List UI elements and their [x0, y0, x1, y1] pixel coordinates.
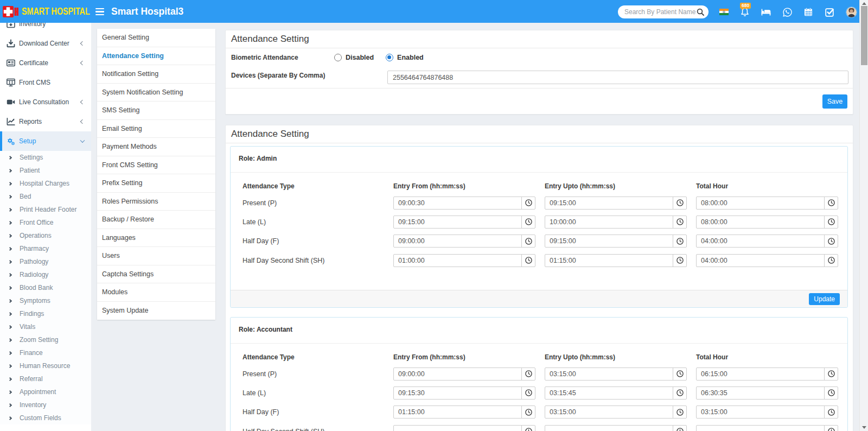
- setup-submenu-item-custom-fields[interactable]: Custom Fields: [0, 411, 91, 424]
- setup-submenu-item-inventory[interactable]: Inventory: [0, 398, 91, 411]
- setup-submenu-item-operations[interactable]: Operations: [0, 229, 91, 242]
- settings-nav-item-notification-setting[interactable]: Notification Setting: [97, 65, 215, 84]
- settings-nav-item-email-setting[interactable]: Email Setting: [97, 120, 215, 138]
- notifications-bell-icon[interactable]: 680: [739, 8, 750, 17]
- setup-submenu-item-findings[interactable]: Findings: [0, 307, 91, 320]
- setup-submenu-item-symptoms[interactable]: Symptoms: [0, 294, 91, 307]
- vertical-scrollbar[interactable]: [859, 0, 868, 431]
- setup-submenu-item-hospital-charges[interactable]: Hospital Charges: [0, 177, 91, 190]
- clock-icon[interactable]: [673, 426, 686, 431]
- setup-submenu-item-front-office[interactable]: Front Office: [0, 216, 91, 229]
- settings-nav-item-attendance-setting[interactable]: Attendance Setting: [97, 47, 215, 66]
- entry-upto-input[interactable]: [545, 426, 673, 431]
- scrollbar-thumb[interactable]: [861, 6, 867, 65]
- bed-status-icon[interactable]: [761, 9, 771, 16]
- entry-from-input[interactable]: [394, 368, 521, 380]
- entry-upto-input[interactable]: [545, 368, 673, 380]
- clock-icon[interactable]: [824, 197, 838, 209]
- total-hour-input[interactable]: [697, 426, 824, 431]
- clock-icon[interactable]: [673, 387, 686, 399]
- clock-icon[interactable]: [673, 406, 686, 418]
- settings-nav-item-prefix-setting[interactable]: Prefix Setting: [97, 174, 215, 193]
- clock-icon[interactable]: [521, 406, 535, 418]
- clock-icon[interactable]: [824, 235, 838, 247]
- settings-nav-item-backup-restore[interactable]: Backup / Restore: [97, 211, 215, 229]
- settings-nav-item-sms-setting[interactable]: SMS Setting: [97, 102, 215, 120]
- setup-submenu-item-settings[interactable]: Settings: [0, 151, 91, 164]
- entry-from-input[interactable]: [394, 387, 521, 399]
- scrollbar-up-arrow[interactable]: [862, 2, 866, 5]
- setup-submenu-item-blood-bank[interactable]: Blood Bank: [0, 281, 91, 294]
- setup-submenu-item-print-header-footer[interactable]: Print Header Footer: [0, 203, 91, 216]
- setup-submenu-item-radiology[interactable]: Radiology: [0, 268, 91, 281]
- clock-icon[interactable]: [673, 368, 686, 380]
- sidebar-item-inventory[interactable]: Inventory: [0, 23, 91, 34]
- total-hour-input[interactable]: [697, 368, 824, 380]
- setup-submenu-item-bed[interactable]: Bed: [0, 190, 91, 203]
- clock-icon[interactable]: [521, 255, 535, 267]
- clock-icon[interactable]: [521, 235, 535, 247]
- hamburger-menu-icon[interactable]: [95, 8, 104, 15]
- clock-icon[interactable]: [521, 197, 535, 209]
- settings-nav-item-languages[interactable]: Languages: [97, 229, 215, 248]
- settings-nav-item-captcha-settings[interactable]: Captcha Settings: [97, 265, 215, 284]
- total-hour-input[interactable]: [697, 216, 824, 228]
- entry-upto-input[interactable]: [545, 235, 673, 247]
- search-icon[interactable]: [697, 8, 704, 16]
- clock-icon[interactable]: [824, 406, 838, 418]
- tasks-check-icon[interactable]: [824, 8, 835, 17]
- devices-input[interactable]: [387, 71, 848, 84]
- entry-from-input[interactable]: [394, 235, 521, 247]
- sidebar-item-setup[interactable]: Setup: [0, 131, 91, 151]
- disabled-radio[interactable]: [334, 54, 342, 61]
- clock-icon[interactable]: [824, 368, 838, 380]
- clock-icon[interactable]: [824, 387, 838, 399]
- setup-submenu-item-vitals[interactable]: Vitals: [0, 320, 91, 333]
- total-hour-input[interactable]: [697, 406, 824, 418]
- entry-upto-input[interactable]: [545, 197, 673, 209]
- setup-submenu-item-pathology[interactable]: Pathology: [0, 255, 91, 268]
- setup-submenu-item-human-resource[interactable]: Human Resource: [0, 359, 91, 372]
- entry-from-input[interactable]: [394, 406, 521, 418]
- clock-icon[interactable]: [673, 216, 686, 228]
- disabled-radio-label[interactable]: Disabled: [346, 54, 374, 61]
- entry-from-input[interactable]: [394, 216, 521, 228]
- setup-submenu-item-referral[interactable]: Referral: [0, 372, 91, 385]
- total-hour-input[interactable]: [697, 235, 824, 247]
- patient-search-input[interactable]: [624, 8, 697, 16]
- entry-from-input[interactable]: [394, 255, 521, 267]
- clock-icon[interactable]: [824, 426, 838, 431]
- total-hour-input[interactable]: [697, 387, 824, 399]
- settings-nav-item-system-update[interactable]: System Update: [97, 302, 215, 320]
- clock-icon[interactable]: [521, 216, 535, 228]
- settings-nav-item-payment-methods[interactable]: Payment Methods: [97, 138, 215, 156]
- sidebar-item-front-cms[interactable]: Front CMS: [0, 73, 91, 92]
- clock-icon[interactable]: [521, 426, 535, 431]
- settings-nav-item-modules[interactable]: Modules: [97, 283, 215, 302]
- entry-upto-input[interactable]: [545, 387, 673, 399]
- settings-nav-item-users[interactable]: Users: [97, 247, 215, 265]
- sidebar-item-live-consultation[interactable]: Live Consultation: [0, 92, 91, 112]
- enabled-radio[interactable]: [386, 54, 393, 61]
- whatsapp-icon[interactable]: [782, 8, 793, 17]
- setup-submenu-item-finance[interactable]: Finance: [0, 346, 91, 359]
- setup-submenu-item-patient[interactable]: Patient: [0, 164, 91, 177]
- settings-nav-item-general-setting[interactable]: General Setting: [97, 29, 215, 47]
- entry-from-input[interactable]: [394, 197, 521, 209]
- brand-logo[interactable]: SMART HOSPITAL: [0, 0, 91, 23]
- clock-icon[interactable]: [521, 368, 535, 380]
- settings-nav-item-system-notification-setting[interactable]: System Notification Setting: [97, 84, 215, 102]
- total-hour-input[interactable]: [697, 255, 824, 267]
- entry-upto-input[interactable]: [545, 255, 673, 267]
- sidebar-item-reports[interactable]: Reports: [0, 112, 91, 131]
- clock-icon[interactable]: [673, 255, 686, 267]
- setup-submenu-item-appointment[interactable]: Appointment: [0, 385, 91, 398]
- clock-icon[interactable]: [673, 235, 686, 247]
- language-flag-icon[interactable]: [718, 9, 729, 15]
- clock-icon[interactable]: [824, 216, 838, 228]
- enabled-radio-label[interactable]: Enabled: [397, 54, 424, 61]
- sidebar-item-download-center[interactable]: Download Center: [0, 34, 91, 53]
- clock-icon[interactable]: [824, 255, 838, 267]
- entry-from-input[interactable]: [394, 426, 521, 431]
- entry-upto-input[interactable]: [545, 216, 673, 228]
